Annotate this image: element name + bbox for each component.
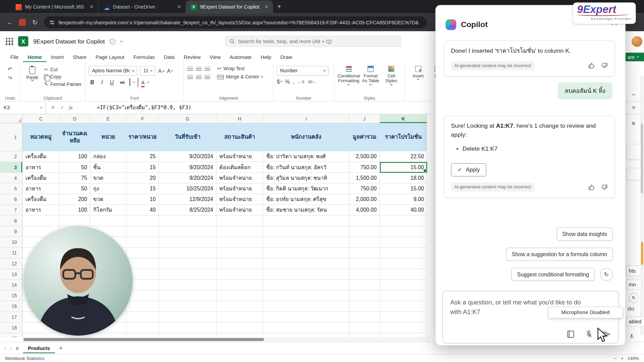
cell[interactable]: 4,000.00 — [350, 205, 380, 215]
merge-center-button[interactable]: Merge & Center — [217, 74, 263, 79]
column-header[interactable]: G — [159, 114, 216, 123]
cell[interactable] — [263, 258, 350, 269]
cell[interactable]: ราคา/หน่วย — [127, 123, 159, 151]
cell[interactable] — [380, 280, 427, 290]
user-avatar[interactable] — [632, 36, 642, 47]
cell[interactable] — [159, 323, 216, 333]
horizontal-scrollbar[interactable] — [23, 337, 429, 342]
align-center-icon[interactable] — [196, 75, 202, 79]
underline-button[interactable]: U — [108, 79, 115, 85]
insert-cells-button[interactable]: Insert — [408, 66, 428, 80]
close-tab-icon[interactable]: ✕ — [263, 4, 270, 10]
cell[interactable] — [127, 323, 159, 333]
cell[interactable] — [159, 269, 216, 279]
cell[interactable] — [380, 290, 427, 301]
ribbon-tab-formulas[interactable]: Formulas — [129, 52, 159, 62]
cell[interactable] — [263, 280, 350, 290]
borders-button[interactable] — [129, 78, 130, 86]
chip-formula-column-suggestion[interactable]: Show a suggestion for a formula column — [506, 248, 613, 261]
scrollbar-thumb[interactable] — [23, 338, 264, 341]
cell[interactable] — [380, 258, 427, 269]
cell[interactable]: 9/20/2024 — [159, 151, 216, 162]
cut-button[interactable]: ✂Cut — [44, 67, 81, 73]
cell[interactable]: 10 — [127, 194, 159, 205]
row-header[interactable]: 2 — [0, 151, 23, 162]
zoom-level[interactable]: 140% — [628, 356, 639, 361]
enter-icon[interactable]: ✓ — [60, 105, 64, 111]
cell[interactable] — [127, 248, 159, 258]
cell[interactable]: อาหาร — [23, 162, 60, 173]
name-box[interactable]: K3 — [0, 102, 46, 114]
column-header[interactable]: H — [216, 114, 263, 123]
cell[interactable]: สถานะสินค้า — [216, 123, 263, 151]
conditional-formatting-button[interactable]: Conditional Formatting — [338, 66, 360, 85]
cell[interactable]: กิโลกรัม — [90, 205, 127, 215]
row-header[interactable]: 9 — [0, 226, 23, 237]
cell[interactable] — [263, 312, 350, 322]
zoom-out-icon[interactable]: − — [614, 356, 617, 361]
cancel-icon[interactable]: ✕ — [51, 105, 55, 111]
row-header[interactable]: 6 — [0, 194, 23, 205]
cell[interactable] — [380, 226, 427, 237]
cell[interactable]: พร้อมจำหน่าย — [216, 205, 263, 215]
app-launcher-icon[interactable] — [6, 38, 13, 45]
cell[interactable]: 50 — [60, 162, 90, 173]
cell[interactable]: 750.00 — [350, 162, 380, 173]
column-header[interactable]: C — [23, 114, 60, 123]
row-header[interactable]: 14 — [0, 280, 23, 290]
cell[interactable]: 9/20/2024 — [159, 162, 216, 173]
cell[interactable] — [159, 215, 216, 226]
cell[interactable] — [159, 280, 216, 290]
cell[interactable] — [60, 215, 90, 226]
scrollbar-thumb[interactable] — [641, 123, 643, 193]
title-chevron-icon[interactable] — [120, 39, 123, 42]
row-header[interactable]: 11 — [0, 248, 23, 258]
thumbs-down-icon[interactable] — [601, 184, 608, 190]
next-sheet-icon[interactable]: › — [10, 345, 12, 351]
cell[interactable] — [380, 323, 427, 333]
cell[interactable]: ชื่อ: ปาริตา นามสกุล: พงศ์ — [263, 151, 350, 162]
apply-button[interactable]: ✓ Apply — [451, 163, 486, 176]
pane-chevron-up-icon[interactable] — [630, 91, 637, 98]
cell[interactable] — [263, 323, 350, 333]
share-button[interactable]: are — [624, 53, 644, 61]
document-title[interactable]: 9Expert Dataset for Copilot — [33, 38, 105, 45]
align-top-icon[interactable] — [187, 67, 193, 71]
cell[interactable]: 1,500.00 — [350, 173, 380, 183]
increase-decimal-button[interactable]: .00→ — [307, 79, 316, 84]
cell[interactable]: 25 — [127, 151, 159, 162]
cell[interactable] — [216, 312, 263, 322]
decrease-font-button[interactable]: A — [167, 68, 173, 74]
redo-button[interactable]: ↷ — [8, 75, 12, 82]
cell[interactable]: 40 — [127, 205, 159, 215]
currency-button[interactable]: $ — [277, 78, 282, 85]
cell[interactable]: หมวดหมู่ — [23, 123, 60, 151]
row-header[interactable]: 13 — [0, 269, 23, 279]
pane-close-icon[interactable]: ✕ — [630, 120, 637, 127]
cell[interactable]: ชื่อ: กวินท์ นามสกุล: อัครวั — [263, 162, 350, 173]
cell[interactable]: จำนวนคงเหลือ — [60, 123, 90, 151]
wrap-text-button[interactable]: ↩ Wrap Text — [217, 66, 245, 72]
align-bottom-icon[interactable] — [205, 67, 210, 71]
ribbon-tab-insert[interactable]: Insert — [47, 52, 68, 62]
ribbon-tab-draw[interactable]: Draw — [276, 52, 297, 62]
cell[interactable]: 18.00 — [380, 173, 427, 183]
cell[interactable] — [216, 290, 263, 301]
cell[interactable]: ขวด — [90, 173, 127, 183]
cell[interactable]: เครื่องดื่ม — [23, 151, 60, 162]
cell[interactable]: ถุง — [90, 184, 127, 194]
cell[interactable] — [350, 280, 380, 290]
zoom-in-icon[interactable]: + — [621, 356, 623, 361]
cell[interactable] — [263, 237, 350, 248]
ribbon-tab-automate[interactable]: Automate — [225, 52, 256, 62]
cell[interactable]: ชิ้น — [90, 162, 127, 173]
new-tab-button[interactable]: + — [277, 3, 281, 11]
ribbon-tab-page-layout[interactable]: Page Layout — [91, 52, 129, 62]
row-header[interactable]: 4 — [0, 173, 23, 183]
copy-button[interactable]: Copy — [44, 74, 81, 79]
align-middle-icon[interactable] — [196, 67, 202, 71]
cell[interactable] — [216, 226, 263, 237]
cell[interactable] — [159, 290, 216, 301]
percent-button[interactable]: % — [285, 78, 290, 85]
row-header[interactable]: 17 — [0, 312, 23, 322]
